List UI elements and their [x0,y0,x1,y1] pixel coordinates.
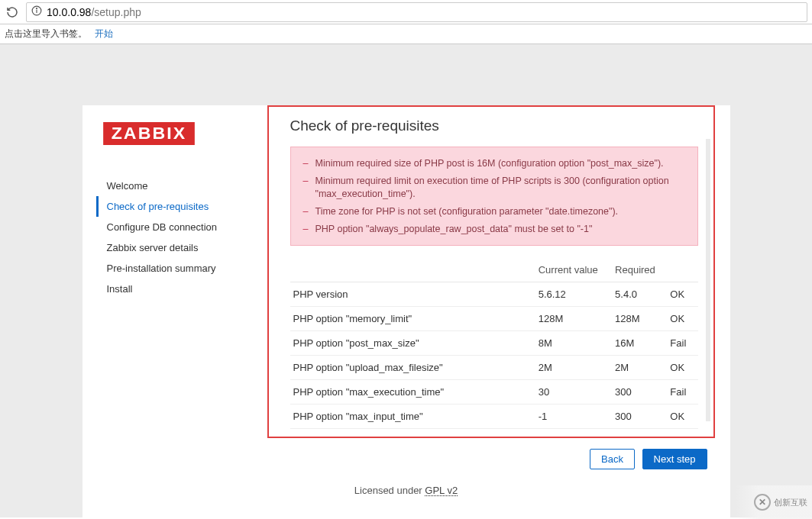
svg-point-2 [37,8,37,9]
cell-name: PHP option "post_max_size" [290,331,535,356]
cell-name: PHP version [290,282,535,307]
nav-item[interactable]: Zabbix server details [105,237,267,258]
table-row: PHP option "max_input_time"-1300OK [290,405,698,429]
cell-status: Fail [667,380,697,405]
cell-required: 300 [612,380,667,405]
nav-item[interactable]: Welcome [105,176,267,196]
page-title: Check of pre-requisites [290,118,698,134]
reload-icon[interactable] [5,5,20,20]
table-row: PHP version5.6.125.4.0OK [290,282,698,307]
cell-status: OK [667,405,697,429]
col-current: Current value [535,258,612,282]
cell-name: PHP option "max_input_time" [290,405,535,429]
nav-item[interactable]: Install [105,279,267,299]
warning-item: Time zone for PHP is not set (configurat… [302,203,687,221]
warning-item: PHP option "always_populate_raw_post_dat… [302,221,687,238]
cell-status: OK [667,356,697,380]
footer-buttons: Back Next step [98,438,715,475]
cell-required: 128M [612,307,667,331]
setup-nav: WelcomeCheck of pre-requisitesConfigure … [105,176,267,299]
back-button[interactable]: Back [590,449,635,469]
nav-item[interactable]: Check of pre-requisites [96,196,267,217]
cell-required: 16M [612,331,667,356]
setup-card: ZABBIX WelcomeCheck of pre-requisitesCon… [82,105,730,517]
nav-item[interactable]: Pre-installation summary [105,258,267,279]
cell-name: PHP option "memory_limit" [290,307,535,331]
cell-required: 300 [612,405,667,429]
scrollbar[interactable] [706,139,710,421]
cell-status: Fail [667,331,697,356]
bookmarks-bar: 点击这里导入书签。 开始 [0,24,812,44]
table-row: PHP option "upload_max_filesize"2M2MOK [290,356,698,380]
cell-required: 5.4.0 [612,282,667,307]
table-row: PHP option "memory_limit"128M128MOK [290,307,698,331]
cell-current: 5.6.12 [535,282,612,307]
warning-item: Minimum required limit on execution time… [302,172,687,203]
table-row: PHP option "post_max_size"8M16MFail [290,331,698,356]
cell-current: 30 [535,380,612,405]
zabbix-logo: ZABBIX [103,122,195,145]
cell-name: PHP option "max_execution_time" [290,380,535,405]
table-row: PHP option "max_execution_time"30300Fail [290,380,698,405]
main-panel: Check of pre-requisites Minimum required… [267,105,715,438]
warning-box: Minimum required size of PHP post is 16M… [290,147,698,246]
cell-current: 8M [535,331,612,356]
watermark-text: 创新互联 [774,497,807,508]
cell-current: 128M [535,307,612,331]
cell-name: PHP option "upload_max_filesize" [290,356,535,380]
nav-item[interactable]: Configure DB connection [105,217,267,237]
col-status [667,258,697,282]
cell-required: 2M [612,356,667,380]
license-footer: Licensed under GPL v2 [98,475,715,499]
license-link[interactable]: GPL v2 [425,485,458,496]
cell-status: OK [667,282,697,307]
watermark: ✕ 创新互联 [736,485,812,517]
cell-current: -1 [535,405,612,429]
col-required: Required [612,258,667,282]
page-background: ZABBIX WelcomeCheck of pre-requisitesCon… [0,44,812,517]
address-bar[interactable]: 10.0.0.98/setup.php [26,2,807,22]
cell-current: 2M [535,356,612,380]
bookmark-hint: 点击这里导入书签。 [5,27,87,40]
bookmark-start-link[interactable]: 开始 [95,27,113,40]
watermark-icon: ✕ [754,494,771,511]
col-name [290,258,535,282]
browser-toolbar: 10.0.0.98/setup.php [0,0,812,24]
cell-status: OK [667,307,697,331]
license-text: Licensed under [354,485,425,496]
sidebar: ZABBIX WelcomeCheck of pre-requisitesCon… [98,105,267,438]
info-icon [31,5,42,18]
next-step-button[interactable]: Next step [642,449,707,469]
warning-item: Minimum required size of PHP post is 16M… [302,155,687,172]
requirements-table: Current value Required PHP version5.6.12… [290,258,698,429]
url-text: 10.0.0.98/setup.php [47,6,141,18]
